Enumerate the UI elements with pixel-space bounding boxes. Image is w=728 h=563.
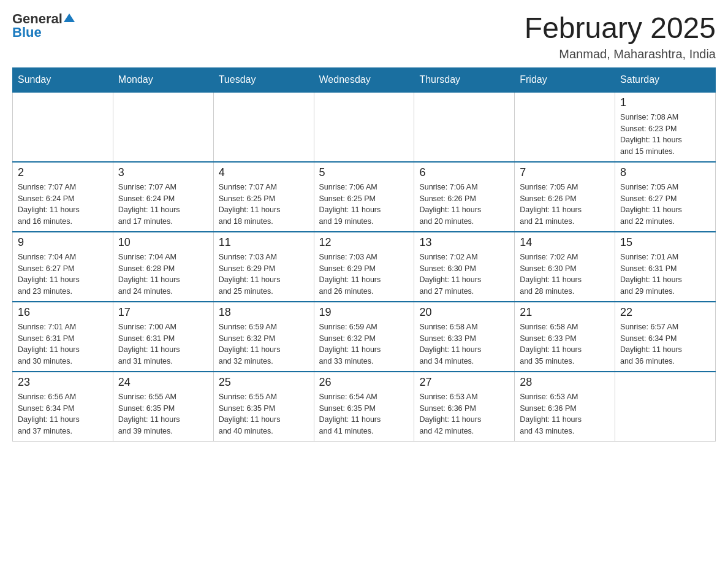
day-info: Sunrise: 6:54 AM Sunset: 6:35 PM Dayligh…: [319, 391, 409, 437]
calendar-cell: 19Sunrise: 6:59 AM Sunset: 6:32 PM Dayli…: [314, 302, 414, 372]
calendar-cell: 13Sunrise: 7:02 AM Sunset: 6:30 PM Dayli…: [414, 232, 515, 302]
day-info: Sunrise: 7:01 AM Sunset: 6:31 PM Dayligh…: [18, 321, 108, 367]
calendar-cell: 23Sunrise: 6:56 AM Sunset: 6:34 PM Dayli…: [13, 372, 113, 442]
day-number: 28: [520, 376, 610, 389]
day-number: 26: [319, 376, 409, 389]
calendar-cell: 10Sunrise: 7:04 AM Sunset: 6:28 PM Dayli…: [113, 232, 213, 302]
day-info: Sunrise: 7:05 AM Sunset: 6:27 PM Dayligh…: [620, 182, 710, 228]
day-info: Sunrise: 7:05 AM Sunset: 6:26 PM Dayligh…: [520, 182, 610, 228]
day-info: Sunrise: 7:02 AM Sunset: 6:30 PM Dayligh…: [419, 251, 509, 297]
calendar-cell: [515, 92, 615, 162]
day-number: 8: [620, 166, 710, 179]
day-number: 25: [219, 376, 309, 389]
weekday-header-saturday: Saturday: [615, 67, 716, 92]
day-number: 22: [620, 306, 710, 319]
calendar-table: SundayMondayTuesdayWednesdayThursdayFrid…: [12, 67, 716, 442]
day-number: 5: [319, 166, 409, 179]
month-title: February 2025: [525, 12, 716, 45]
day-info: Sunrise: 6:59 AM Sunset: 6:32 PM Dayligh…: [219, 321, 309, 367]
day-number: 18: [219, 306, 309, 319]
calendar-cell: 17Sunrise: 7:00 AM Sunset: 6:31 PM Dayli…: [113, 302, 213, 372]
weekday-header-sunday: Sunday: [13, 67, 113, 92]
day-info: Sunrise: 7:07 AM Sunset: 6:24 PM Dayligh…: [18, 182, 108, 228]
day-info: Sunrise: 7:04 AM Sunset: 6:27 PM Dayligh…: [18, 251, 108, 297]
calendar-cell: [615, 372, 716, 442]
day-info: Sunrise: 6:56 AM Sunset: 6:34 PM Dayligh…: [18, 391, 108, 437]
day-number: 19: [319, 306, 409, 319]
weekday-header-monday: Monday: [113, 67, 213, 92]
calendar-cell: 12Sunrise: 7:03 AM Sunset: 6:29 PM Dayli…: [314, 232, 414, 302]
week-row-4: 16Sunrise: 7:01 AM Sunset: 6:31 PM Dayli…: [13, 302, 716, 372]
calendar-cell: [314, 92, 414, 162]
weekday-header-wednesday: Wednesday: [314, 67, 414, 92]
day-number: 12: [319, 236, 409, 249]
day-number: 15: [620, 236, 710, 249]
calendar-cell: 8Sunrise: 7:05 AM Sunset: 6:27 PM Daylig…: [615, 162, 716, 232]
day-number: 13: [419, 236, 509, 249]
svg-marker-0: [64, 13, 75, 22]
day-info: Sunrise: 7:01 AM Sunset: 6:31 PM Dayligh…: [620, 251, 710, 297]
day-number: 16: [18, 306, 108, 319]
calendar-cell: 25Sunrise: 6:55 AM Sunset: 6:35 PM Dayli…: [213, 372, 314, 442]
day-info: Sunrise: 7:07 AM Sunset: 6:25 PM Dayligh…: [219, 182, 309, 228]
day-info: Sunrise: 6:58 AM Sunset: 6:33 PM Dayligh…: [520, 321, 610, 367]
day-info: Sunrise: 7:02 AM Sunset: 6:30 PM Dayligh…: [520, 251, 610, 297]
calendar-cell: 24Sunrise: 6:55 AM Sunset: 6:35 PM Dayli…: [113, 372, 213, 442]
day-info: Sunrise: 6:53 AM Sunset: 6:36 PM Dayligh…: [419, 391, 509, 437]
day-info: Sunrise: 6:55 AM Sunset: 6:35 PM Dayligh…: [118, 391, 208, 437]
calendar-cell: [113, 92, 213, 162]
day-number: 7: [520, 166, 610, 179]
day-number: 17: [118, 306, 208, 319]
logo-blue-text: Blue: [12, 26, 42, 39]
weekday-header-tuesday: Tuesday: [213, 67, 314, 92]
day-number: 6: [419, 166, 509, 179]
calendar-cell: 28Sunrise: 6:53 AM Sunset: 6:36 PM Dayli…: [515, 372, 615, 442]
calendar-cell: 11Sunrise: 7:03 AM Sunset: 6:29 PM Dayli…: [213, 232, 314, 302]
calendar-cell: [414, 92, 515, 162]
calendar-cell: 20Sunrise: 6:58 AM Sunset: 6:33 PM Dayli…: [414, 302, 515, 372]
day-number: 2: [18, 166, 108, 179]
calendar-cell: 2Sunrise: 7:07 AM Sunset: 6:24 PM Daylig…: [13, 162, 113, 232]
week-row-1: 1Sunrise: 7:08 AM Sunset: 6:23 PM Daylig…: [13, 92, 716, 162]
day-info: Sunrise: 7:04 AM Sunset: 6:28 PM Dayligh…: [118, 251, 208, 297]
calendar-cell: 14Sunrise: 7:02 AM Sunset: 6:30 PM Dayli…: [515, 232, 615, 302]
calendar-cell: 18Sunrise: 6:59 AM Sunset: 6:32 PM Dayli…: [213, 302, 314, 372]
weekday-header-friday: Friday: [515, 67, 615, 92]
day-number: 11: [219, 236, 309, 249]
calendar-cell: 15Sunrise: 7:01 AM Sunset: 6:31 PM Dayli…: [615, 232, 716, 302]
day-number: 1: [620, 96, 710, 109]
day-info: Sunrise: 7:06 AM Sunset: 6:26 PM Dayligh…: [419, 182, 509, 228]
logo-triangle-icon: [64, 13, 75, 22]
calendar-cell: 5Sunrise: 7:06 AM Sunset: 6:25 PM Daylig…: [314, 162, 414, 232]
page-header: General Blue February 2025 Manmad, Mahar…: [12, 12, 716, 61]
day-number: 20: [419, 306, 509, 319]
day-number: 3: [118, 166, 208, 179]
week-row-5: 23Sunrise: 6:56 AM Sunset: 6:34 PM Dayli…: [13, 372, 716, 442]
calendar-cell: [13, 92, 113, 162]
day-info: Sunrise: 6:57 AM Sunset: 6:34 PM Dayligh…: [620, 321, 710, 367]
day-number: 14: [520, 236, 610, 249]
day-number: 27: [419, 376, 509, 389]
calendar-cell: 4Sunrise: 7:07 AM Sunset: 6:25 PM Daylig…: [213, 162, 314, 232]
day-info: Sunrise: 6:58 AM Sunset: 6:33 PM Dayligh…: [419, 321, 509, 367]
calendar-cell: 22Sunrise: 6:57 AM Sunset: 6:34 PM Dayli…: [615, 302, 716, 372]
calendar-cell: 7Sunrise: 7:05 AM Sunset: 6:26 PM Daylig…: [515, 162, 615, 232]
day-info: Sunrise: 6:59 AM Sunset: 6:32 PM Dayligh…: [319, 321, 409, 367]
day-info: Sunrise: 7:07 AM Sunset: 6:24 PM Dayligh…: [118, 182, 208, 228]
calendar-cell: 6Sunrise: 7:06 AM Sunset: 6:26 PM Daylig…: [414, 162, 515, 232]
calendar-cell: [213, 92, 314, 162]
week-row-3: 9Sunrise: 7:04 AM Sunset: 6:27 PM Daylig…: [13, 232, 716, 302]
calendar-cell: 16Sunrise: 7:01 AM Sunset: 6:31 PM Dayli…: [13, 302, 113, 372]
day-info: Sunrise: 7:08 AM Sunset: 6:23 PM Dayligh…: [620, 112, 710, 158]
week-row-2: 2Sunrise: 7:07 AM Sunset: 6:24 PM Daylig…: [13, 162, 716, 232]
day-number: 24: [118, 376, 208, 389]
title-block: February 2025 Manmad, Maharashtra, India: [525, 12, 716, 61]
day-info: Sunrise: 7:03 AM Sunset: 6:29 PM Dayligh…: [219, 251, 309, 297]
logo: General Blue: [12, 12, 75, 39]
day-number: 23: [18, 376, 108, 389]
day-info: Sunrise: 6:55 AM Sunset: 6:35 PM Dayligh…: [219, 391, 309, 437]
calendar-cell: 9Sunrise: 7:04 AM Sunset: 6:27 PM Daylig…: [13, 232, 113, 302]
calendar-cell: 3Sunrise: 7:07 AM Sunset: 6:24 PM Daylig…: [113, 162, 213, 232]
calendar-cell: 21Sunrise: 6:58 AM Sunset: 6:33 PM Dayli…: [515, 302, 615, 372]
calendar-cell: 27Sunrise: 6:53 AM Sunset: 6:36 PM Dayli…: [414, 372, 515, 442]
